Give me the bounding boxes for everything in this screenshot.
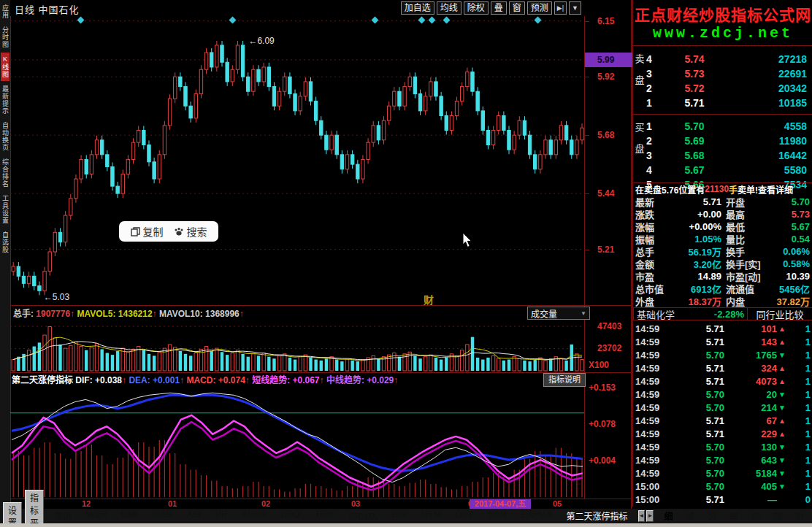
order-book-row: 45.675580 (646, 163, 811, 177)
indicator-tab-ARBR[interactable]: ARBR (236, 509, 273, 523)
sidebar-item-5[interactable]: 综合排名 (1, 155, 9, 191)
indicator-tab-DPO[interactable]: DPO (275, 509, 307, 523)
indicator-tab-W&R[interactable]: W&R (80, 509, 114, 523)
menu-item[interactable]: 叠 (491, 1, 507, 15)
price-axis-label: 6.15 (597, 16, 614, 26)
indicator-tab-TRIX[interactable]: TRIX (309, 509, 342, 523)
sidebar-item-4[interactable]: 自动换页 (1, 119, 9, 154)
tick-row: 14:595.701765▼1 (633, 348, 812, 361)
panel-tab-分[interactable]: 分 (702, 509, 722, 523)
indicator-tab-MTM[interactable]: MTM (415, 509, 448, 523)
indicator-tab-ASI[interactable]: ASI (180, 509, 207, 523)
next-page-button[interactable]: ► (646, 510, 654, 522)
stat-row: 外盘18.37万内盘37.82万 (633, 295, 812, 307)
sidebar-item-6[interactable]: 工具设置 (1, 192, 9, 227)
indicator-axis-label: +0.078 (589, 419, 616, 429)
time-axis-label: 02 (261, 499, 270, 508)
tick-row: 14:595.70643▼1 (633, 453, 812, 466)
menu-item[interactable]: 除权 (464, 1, 489, 15)
indicator-tab-SAR[interactable]: SAR (483, 509, 514, 523)
volume-axis-label: 23702 (597, 343, 621, 353)
menu-item[interactable]: 预测 (527, 1, 552, 15)
indicator-tab-新DMA[interactable]: 新DMA (343, 509, 385, 523)
dropdown-icon[interactable]: ▼ (569, 1, 581, 15)
large-order-alert[interactable]: 在卖盘5.76位置有 21130手 卖单! 查看详细 (633, 182, 812, 195)
buy-side-label: 买盘 (635, 122, 645, 154)
indicator-axis-label: +0.004 (589, 455, 616, 466)
panel-tab-财[interactable]: 财 (789, 509, 810, 523)
tick-row: 14:595.71324▲1 (633, 361, 812, 374)
copy-button[interactable]: 复制 (131, 224, 164, 239)
panel-tab-诊[interactable]: 诊 (680, 509, 700, 523)
volume-legend-item: 1436212 (118, 309, 153, 319)
panel-tab-焰[interactable]: 焰 (746, 509, 766, 523)
volume-unit-label: X100 (589, 360, 609, 370)
volume-legend-item: ↑ (240, 309, 244, 319)
indicator-tab-active[interactable]: 第二天涨停指标 (561, 509, 635, 523)
search-label: 搜索 (187, 224, 207, 239)
sidebar-item-7[interactable]: 自选股 (1, 228, 9, 256)
tick-row: 14:595.70130▼1 (633, 440, 812, 453)
volume-chart[interactable] (10, 319, 584, 372)
alert-segment: 查看详细 (758, 183, 793, 196)
paw-search-icon (174, 227, 184, 236)
order-book-row: 45.7427218 (646, 52, 811, 66)
sidebar-item-2[interactable]: K线图 (1, 53, 9, 81)
indicator-tab-资讯[interactable]: 资讯 (48, 509, 79, 523)
price-axis-label: 5.21 (597, 245, 614, 255)
sidebar-item-3[interactable]: 最新提示 (1, 82, 9, 118)
volume-legend-item: MAVOL5: (77, 309, 118, 319)
price-axis-label: 5.68 (597, 130, 614, 140)
panel-tab-细[interactable]: 细 (658, 509, 678, 523)
alert-segment: 卖单! (738, 183, 758, 196)
indicator-axis-label: +0.153 (589, 382, 616, 393)
stat-row: 最新5.71开盘5.70 (633, 196, 812, 208)
tick-row: 14:595.705184▼1 (633, 466, 812, 480)
mouse-cursor (462, 233, 472, 251)
order-book-row: 25.7220342 (646, 81, 811, 96)
stat-row: 金额3.20亿换手[实]0.58% (633, 258, 812, 270)
site-banner-url[interactable]: www.zdcj.net (633, 25, 812, 42)
menu-item[interactable]: 加自选 (401, 1, 434, 15)
indicator-tab-DMI[interactable]: DMI (115, 509, 145, 523)
panel-tab-筹[interactable]: 筹 (724, 509, 744, 523)
time-axis-label: 12 (82, 499, 91, 508)
tick-row: 14:595.7167▲1 (633, 414, 812, 427)
volume-axis-label: 47403 (597, 321, 621, 331)
left-toolbar: 应用分时图K线图最新提示自动换页综合排名工具设置自选股 (0, 0, 11, 527)
menu-item[interactable]: 均线 (437, 1, 461, 15)
quote-panel: 正点财经炒股指标公式网 www.zdcj.net 卖盘 买盘 45.742721… (632, 0, 812, 507)
sector-bar: 基础化学 -2.28% 同行业比较 (633, 307, 812, 320)
next-icon[interactable]: ▶| (554, 1, 567, 15)
prev-page-button[interactable]: ◄ (638, 510, 646, 522)
panel-tab-指[interactable]: 指 (767, 509, 788, 523)
search-button[interactable]: 搜索 (174, 224, 207, 239)
copy-search-popup: 复制 搜索 (119, 221, 218, 242)
order-book-row: 25.6911980 (646, 134, 811, 148)
tick-row: 14:595.71101▲1 (633, 322, 812, 335)
tick-list: 14:595.71101▲114:595.71143▲114:595.70176… (633, 322, 812, 506)
indicator-tab-BIAS[interactable]: BIAS (146, 509, 179, 523)
industry-compare-button[interactable]: 同行业比较 (748, 307, 812, 320)
sidebar-item-0[interactable]: 应用 (1, 1, 9, 22)
industry-compare-label: 同行业比较 (756, 307, 803, 321)
volume-dropdown-label: 成交量 (531, 307, 557, 320)
indicator-tab-EXPMA[interactable]: EXPMA (516, 509, 559, 523)
indicator-platform-button[interactable]: 指标平台 (25, 490, 44, 527)
copy-label: 复制 (143, 224, 164, 239)
stat-row: 总手56.19万换手0.06% (633, 245, 812, 258)
volume-type-dropdown[interactable]: 成交量 ▼ (527, 307, 590, 320)
indicator-tab-VR[interactable]: VR (210, 509, 235, 523)
stock-app-window: 应用分时图K线图最新提示自动换页综合排名工具设置自选股 日线 中国石化 加自选均… (0, 0, 812, 527)
tick-row: 15:005.71—0 (633, 493, 812, 506)
volume-legend: 总手: 1907776↑ MAVOL5: 1436212↑ MAVOL10: 1… (13, 307, 244, 319)
indicator-tab-OBV[interactable]: OBV (449, 509, 480, 523)
alert-segment: 在卖盘5.76位置有 (635, 183, 705, 196)
chart-title: 日线 中国石化 (15, 2, 80, 16)
menu-item[interactable]: 窗 (509, 1, 525, 15)
sector-info[interactable]: 基础化学 -2.28% (633, 307, 748, 320)
indicator-tab-BBI[interactable]: BBI (386, 509, 413, 523)
indicator-chart[interactable] (10, 382, 584, 499)
sidebar-item-1[interactable]: 分时图 (1, 23, 9, 51)
candlestick-chart[interactable] (10, 16, 584, 305)
